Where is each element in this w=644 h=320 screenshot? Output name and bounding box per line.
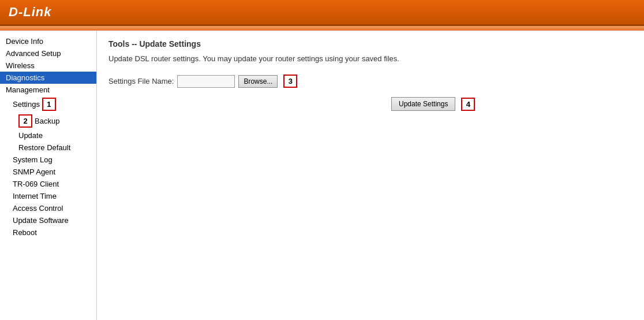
sidebar-item-internet-time[interactable]: Internet Time (0, 190, 96, 202)
sidebar-item-settings[interactable]: Settings 1 (0, 96, 96, 113)
page-title: Tools -- Update Settings (108, 39, 632, 49)
annotation-4: 4 (461, 98, 475, 111)
sidebar-item-access-control[interactable]: Access Control (0, 202, 96, 214)
annotation-1: 1 (42, 98, 56, 111)
sidebar-item-tr069[interactable]: TR-069 Client (0, 178, 96, 190)
sidebar-item-diagnostics[interactable]: Diagnostics (0, 72, 96, 84)
page-description: Update DSL router settings. You may upda… (108, 54, 632, 63)
settings-file-form-row: Settings File Name: Browse... 3 (108, 75, 632, 88)
sidebar-item-system-log[interactable]: System Log (0, 154, 96, 166)
sidebar-item-device-info[interactable]: Device Info (0, 35, 96, 47)
main-content: Tools -- Update Settings Update DSL rout… (97, 31, 644, 320)
file-name-label: Settings File Name: (108, 77, 174, 85)
header-stripe (0, 26, 644, 31)
annotation-2: 2 (18, 114, 32, 128)
sidebar-item-update-software[interactable]: Update Software (0, 214, 96, 226)
action-row: Update Settings 4 (108, 97, 632, 111)
sidebar-item-reboot[interactable]: Reboot (0, 226, 96, 239)
sidebar-item-update[interactable]: Update (0, 129, 96, 142)
browse-button[interactable]: Browse... (238, 75, 278, 88)
sidebar-item-restore-default[interactable]: Restore Default (0, 142, 96, 154)
update-settings-button[interactable]: Update Settings (391, 97, 455, 111)
logo: D-Link (9, 5, 51, 20)
header: D-Link (0, 0, 644, 26)
sidebar-item-snmp-agent[interactable]: SNMP Agent (0, 166, 96, 178)
sidebar: Device Info Advanced Setup Wireless Diag… (0, 31, 97, 320)
layout: Device Info Advanced Setup Wireless Diag… (0, 31, 644, 320)
file-name-input[interactable] (177, 75, 235, 88)
sidebar-item-wireless[interactable]: Wireless (0, 59, 96, 72)
sidebar-item-backup[interactable]: 2 Backup (0, 113, 96, 129)
sidebar-item-advanced-setup[interactable]: Advanced Setup (0, 47, 96, 59)
annotation-3: 3 (283, 75, 297, 88)
sidebar-item-management[interactable]: Management (0, 84, 96, 96)
